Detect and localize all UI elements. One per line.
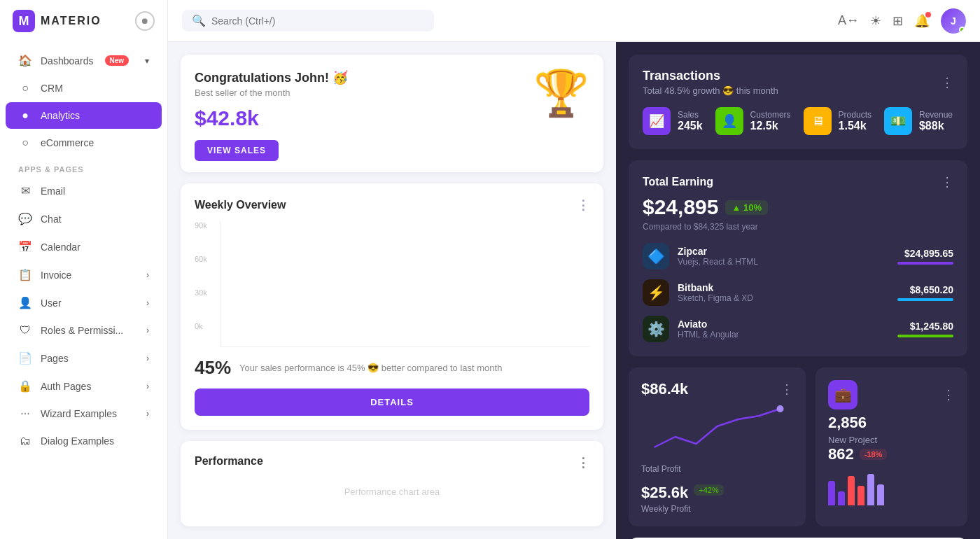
- translate-icon[interactable]: A↔: [838, 13, 859, 28]
- mini-bar-4: [858, 486, 864, 505]
- sidebar-item-invoice[interactable]: 📋 Invoice ›: [6, 261, 162, 288]
- aviato-icon: ⚙️: [643, 316, 669, 342]
- sales-value: 245k: [678, 120, 703, 132]
- topbar-actions: A↔ ☀ ⊞ 🔔 J: [838, 8, 966, 34]
- revenue-info: Revenue $88k: [919, 110, 953, 132]
- chevron-right-icon: ›: [146, 298, 149, 308]
- congrats-card: Congratulations John! 🥳 Best seller of t…: [181, 55, 603, 172]
- panel-light: Congratulations John! 🥳 Best seller of t…: [168, 42, 616, 539]
- transactions-subtitle: Total 48.5% growth 😎 this month: [643, 85, 778, 96]
- sidebar-item-email[interactable]: ✉ Email: [6, 177, 162, 204]
- sidebar-item-calendar[interactable]: 📅 Calendar: [6, 233, 162, 260]
- search-box[interactable]: 🔍: [182, 10, 434, 31]
- bitbank-amount: $8,650.20: [897, 284, 953, 295]
- email-icon: ✉: [18, 184, 32, 197]
- mini-bar-chart: [828, 470, 955, 505]
- customers-icon: 👤: [715, 107, 743, 135]
- wizard-label: Wizard Examples: [41, 408, 117, 419]
- transactions-title: Transactions: [643, 69, 778, 83]
- sidebar: M MATERIO ⏺ 🏠 Dashboards New ▾ ○ CRM ● A…: [0, 0, 168, 539]
- theme-icon[interactable]: ☀: [870, 13, 881, 29]
- stat-revenue: 💵 Revenue $88k: [884, 107, 953, 135]
- nav: 🏠 Dashboards New ▾ ○ CRM ● Analytics ○ e…: [0, 42, 167, 459]
- chevron-right-icon: ›: [146, 326, 149, 335]
- avatar[interactable]: J: [941, 8, 966, 34]
- project-count-value: 862: [828, 445, 854, 463]
- profit-menu-icon[interactable]: ⋮: [780, 382, 793, 397]
- congrats-subtitle: Best seller of the month: [195, 88, 589, 98]
- transactions-menu-icon[interactable]: ⋮: [941, 75, 953, 90]
- view-sales-button[interactable]: VIEW SALES: [195, 140, 279, 161]
- panel-dark: Transactions Total 48.5% growth 😎 this m…: [616, 42, 980, 539]
- zipcar-icon: 🔷: [643, 243, 669, 270]
- earning-menu-icon[interactable]: ⋮: [941, 174, 953, 190]
- sidebar-item-analytics[interactable]: ● Analytics: [6, 102, 162, 129]
- notification-icon[interactable]: 🔔: [914, 13, 930, 29]
- sidebar-item-roles[interactable]: 🛡 Roles & Permissi... ›: [6, 317, 162, 344]
- chevron-right-icon: ›: [146, 270, 149, 280]
- auth-label: Auth Pages: [41, 381, 91, 392]
- sidebar-item-crm[interactable]: ○ CRM: [6, 75, 162, 102]
- performance-menu-icon[interactable]: ⋮: [577, 455, 589, 470]
- earning-item-bitbank: ⚡ Bitbank Sketch, Figma & XD $8,650.20: [643, 279, 953, 306]
- calendar-label: Calendar: [41, 241, 80, 253]
- stat-sales: 📈 Sales 245k: [643, 107, 703, 135]
- earning-amount-row: $24,895 ▲ 10%: [643, 195, 953, 219]
- mini-bar-3: [848, 476, 855, 505]
- customers-info: Customers 12.5k: [750, 110, 791, 132]
- sales-icon: 📈: [643, 107, 671, 135]
- transactions-card: Transactions Total 48.5% growth 😎 this m…: [629, 55, 967, 149]
- zipcar-amount: $24,895.65: [897, 248, 953, 259]
- chevron-right-icon: ›: [146, 409, 149, 419]
- performance-title-text: Performance: [195, 455, 263, 470]
- products-value: 1.54k: [839, 120, 872, 132]
- aviato-info: Aviato HTML & Angular: [678, 318, 889, 340]
- sidebar-item-user[interactable]: 👤 User ›: [6, 289, 162, 316]
- search-input[interactable]: [211, 15, 424, 27]
- sidebar-item-pages[interactable]: 📄 Pages ›: [6, 344, 162, 372]
- aviato-progress-bar: [897, 335, 953, 337]
- total-earning-card: Total Earning ⋮ $24,895 ▲ 10% Compared t…: [629, 160, 967, 356]
- profit-amount-value: $25.6k: [641, 484, 688, 502]
- zipcar-amount-block: $24,895.65: [897, 248, 953, 265]
- project-badge: -18%: [860, 449, 888, 460]
- new-project-card: 💼 ⋮ 2,856 New Project 862 -18%: [816, 368, 967, 526]
- sidebar-item-wizard[interactable]: ··· Wizard Examples ›: [6, 400, 162, 427]
- bitbank-sub: Sketch, Figma & XD: [678, 293, 889, 303]
- record-icon[interactable]: ⏺: [135, 11, 155, 31]
- weekly-description: Your sales performance is 45% 😎 better c…: [239, 363, 502, 373]
- profit-big-value: $86.4k: [641, 380, 688, 398]
- earning-title-text: Total Earning: [643, 176, 713, 188]
- profit-line-svg: [641, 405, 793, 454]
- products-label: Products: [839, 110, 872, 120]
- sidebar-item-dialog[interactable]: 🗂 Dialog Examples: [6, 428, 162, 454]
- project-menu-icon[interactable]: ⋮: [942, 387, 955, 402]
- sidebar-item-auth[interactable]: 🔒 Auth Pages ›: [6, 372, 162, 400]
- main-area: 🔍 A↔ ☀ ⊞ 🔔 J Congratulations John! 🥳 Bes…: [168, 0, 980, 539]
- chevron-right-icon: ›: [146, 382, 149, 391]
- trophy-icon: 🏆: [533, 67, 589, 120]
- pages-icon: 📄: [18, 351, 32, 365]
- home-icon: 🏠: [18, 54, 32, 67]
- mini-bar-1: [828, 481, 835, 505]
- total-profit-card: $86.4k ⋮ Total Profit $25.6k +42%: [629, 368, 806, 526]
- earning-header: Total Earning ⋮: [643, 174, 953, 190]
- logo-text: MATERIO: [41, 15, 102, 27]
- details-button[interactable]: DETAILS: [195, 388, 589, 416]
- project-count-row: 862 -18%: [828, 445, 955, 463]
- performance-title-row: Performance ⋮: [195, 455, 589, 470]
- stat-products: 🖥 Products 1.54k: [804, 107, 872, 135]
- sidebar-item-chat[interactable]: 💬 Chat: [6, 205, 162, 232]
- transactions-header: Transactions Total 48.5% growth 😎 this m…: [643, 69, 953, 96]
- circle-icon: ○: [18, 82, 32, 94]
- sidebar-item-dashboards[interactable]: 🏠 Dashboards New ▾: [6, 47, 162, 74]
- congrats-title: Congratulations John! 🥳: [195, 70, 589, 85]
- apps-section-label: APPS & PAGES: [0, 157, 167, 176]
- grid-icon[interactable]: ⊞: [892, 13, 903, 29]
- sidebar-item-ecommerce[interactable]: ○ eCommerce: [6, 130, 162, 156]
- bar-label-30k: 30k: [195, 288, 217, 297]
- pages-label: Pages: [41, 353, 69, 364]
- revenue-value: $88k: [919, 120, 953, 132]
- online-indicator: [959, 27, 965, 33]
- weekly-menu-icon[interactable]: ⋮: [577, 197, 589, 213]
